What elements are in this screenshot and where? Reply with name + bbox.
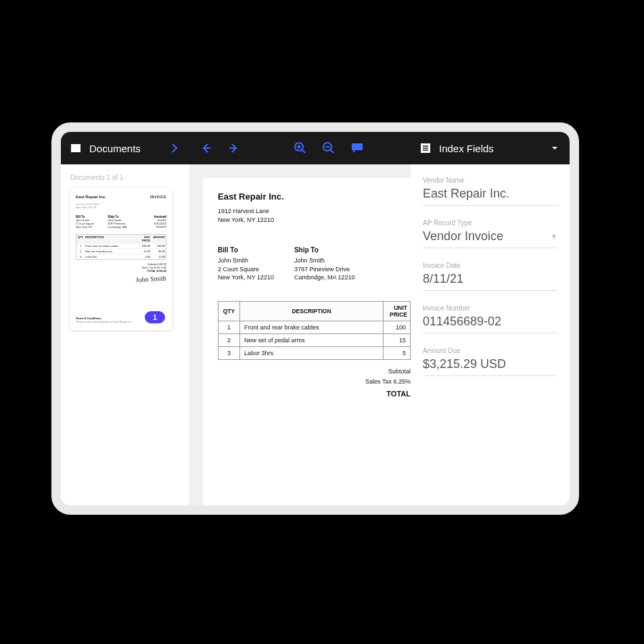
doc-count-label: Documents 1 of 1 (70, 174, 180, 181)
signature: John Smith (76, 274, 166, 286)
documents-title: Documents (89, 143, 141, 154)
index-icon (419, 141, 432, 155)
field-vendor-name[interactable]: Vendor Name East Repair Inc. (423, 177, 557, 206)
line-items-table: QTY DESCRIPTION UNIT PRICE 1Front and re… (218, 301, 411, 360)
table-row: 2New set of pedal arms15 (218, 334, 411, 346)
index-caret-icon[interactable] (548, 141, 561, 155)
shipto-section: Ship To John Smith 3787 Pineview Drive C… (294, 246, 355, 282)
document-page: East Repair Inc. 1912 Harvest Lane New Y… (203, 178, 411, 505)
app-screen: Documents (61, 132, 570, 505)
field-amount-due[interactable]: Amount Due $3,215.29 USD (423, 347, 557, 376)
zoom-out-icon[interactable] (322, 141, 336, 155)
thumbnail-panel: Documents 1 of 1 East Repair Inc. INVOIC… (61, 164, 189, 505)
index-fields-panel: Vendor Name East Repair Inc. AP Record T… (411, 164, 570, 505)
document-viewer[interactable]: East Repair Inc. 1912 Harvest Lane New Y… (189, 164, 411, 505)
table-row: 3Labor 3hrs5 (218, 346, 411, 359)
back-arrow-icon[interactable] (199, 141, 212, 155)
forward-arrow-icon[interactable] (227, 141, 241, 155)
billto-section: Bill To John Smith 2 Court Square New Yo… (218, 246, 274, 282)
topbar: Documents (61, 132, 570, 164)
main-content: Documents 1 of 1 East Repair Inc. INVOIC… (61, 164, 570, 505)
documents-icon (69, 141, 83, 155)
svg-rect-0 (71, 144, 80, 152)
index-title: Index Fields (439, 143, 494, 154)
thumbnail-page[interactable]: East Repair Inc. INVOICE 1 to be one of … (70, 188, 172, 330)
zoom-in-icon[interactable] (294, 141, 307, 155)
field-record-type[interactable]: AP Record Type Vendor Invoice▼ (423, 219, 557, 248)
caret-down-icon[interactable]: ▼ (551, 233, 557, 240)
field-invoice-date[interactable]: Invoice Date 8/11/21 (423, 262, 557, 291)
tablet-frame: Documents (51, 122, 579, 515)
tablet-side-buttons (571, 296, 575, 337)
comment-icon[interactable] (350, 141, 364, 155)
page-badge: 1 (145, 311, 165, 323)
company-name: East Repair Inc. (218, 191, 401, 202)
chevron-right-icon[interactable] (168, 141, 181, 155)
table-row: 1Front and rear brake cables100 (218, 321, 411, 334)
field-invoice-number[interactable]: Invoice Number 011456689-02 (423, 304, 557, 334)
